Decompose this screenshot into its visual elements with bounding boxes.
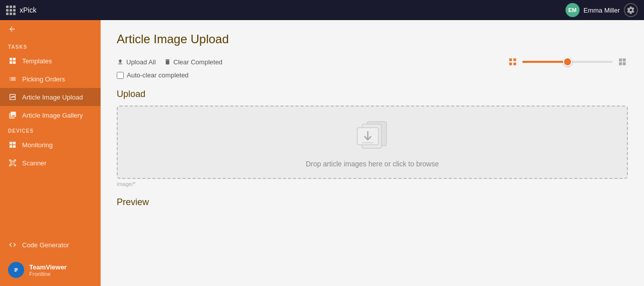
- templates-icon: [8, 56, 17, 65]
- scanner-icon: [8, 158, 17, 167]
- sidebar-item-monitoring[interactable]: Monitoring: [0, 136, 101, 154]
- view-toggle: [507, 56, 628, 67]
- autoclear-row: Auto-clear completed: [117, 71, 628, 79]
- settings-icon[interactable]: [624, 3, 638, 17]
- avatar: EM: [566, 3, 580, 17]
- toolbar: Upload All Clear Completed: [117, 56, 628, 67]
- article-image-upload-icon: [8, 92, 17, 102]
- monitoring-label: Monitoring: [22, 141, 53, 149]
- preview-section-title: Preview: [117, 197, 628, 208]
- article-image-gallery-icon: [8, 111, 17, 120]
- dropzone-icon: [352, 117, 392, 154]
- scanner-label: Scanner: [22, 159, 46, 167]
- sidebar-item-picking-orders[interactable]: Picking Orders: [0, 70, 101, 88]
- sidebar-item-article-image-upload[interactable]: Article Image Upload: [0, 88, 101, 106]
- upload-section-title: Upload: [117, 89, 628, 100]
- upload-all-label: Upload All: [126, 58, 156, 66]
- sidebar-item-article-image-gallery[interactable]: Article Image Gallery: [0, 106, 101, 124]
- clear-completed-label: Clear Completed: [174, 58, 223, 66]
- dropzone-accept: image/*: [117, 181, 628, 187]
- article-image-gallery-label: Article Image Gallery: [22, 112, 83, 119]
- sidebar-footer: TeamViewer Frontline: [0, 254, 101, 286]
- clear-completed-button[interactable]: Clear Completed: [164, 57, 223, 67]
- teamviewer-logo: [8, 262, 24, 278]
- main-content: Article Image Upload Upload All Clear Co…: [101, 20, 644, 286]
- monitoring-icon: [8, 140, 17, 149]
- grid-small-view-button[interactable]: [507, 56, 518, 67]
- layout: TASKS Templates Picking Orders Article I…: [0, 20, 644, 286]
- app-grid-icon[interactable]: [6, 6, 16, 15]
- picking-orders-icon: [8, 74, 17, 83]
- preview-section: Preview: [117, 197, 628, 208]
- teamviewer-sub: Frontline: [29, 271, 67, 277]
- teamviewer-brand: TeamViewer: [29, 263, 67, 271]
- grid-large-view-button[interactable]: [617, 56, 628, 67]
- size-slider[interactable]: [522, 61, 613, 63]
- dropzone-text: Drop article images here or click to bro…: [306, 160, 439, 168]
- picking-orders-label: Picking Orders: [22, 75, 65, 83]
- code-generator-label: Code Generator: [22, 241, 69, 249]
- sidebar-spacer: [0, 172, 101, 236]
- tasks-section-label: TASKS: [0, 40, 101, 52]
- sidebar-back-button[interactable]: [0, 20, 101, 40]
- sidebar-item-scanner[interactable]: Scanner: [0, 154, 101, 172]
- templates-label: Templates: [22, 57, 52, 65]
- sidebar-item-code-generator[interactable]: Code Generator: [0, 236, 101, 254]
- code-generator-icon: [8, 240, 17, 249]
- sidebar: TASKS Templates Picking Orders Article I…: [0, 20, 101, 286]
- topbar-left: xPick: [6, 6, 36, 15]
- article-image-upload-label: Article Image Upload: [22, 93, 83, 101]
- autoclear-checkbox[interactable]: [117, 72, 124, 79]
- autoclear-label[interactable]: Auto-clear completed: [127, 71, 189, 79]
- devices-section-label: DEVICES: [0, 124, 101, 136]
- topbar: xPick EM Emma Miller: [0, 0, 644, 20]
- app-name: xPick: [20, 6, 36, 14]
- main-inner: Article Image Upload Upload All Clear Co…: [101, 20, 644, 226]
- sidebar-item-templates[interactable]: Templates: [0, 52, 101, 70]
- topbar-right: EM Emma Miller: [566, 3, 638, 17]
- teamviewer-text: TeamViewer Frontline: [29, 263, 67, 277]
- page-title: Article Image Upload: [117, 32, 628, 46]
- upload-all-button[interactable]: Upload All: [117, 57, 156, 67]
- username: Emma Miller: [584, 7, 620, 14]
- dropzone[interactable]: Drop article images here or click to bro…: [117, 106, 628, 179]
